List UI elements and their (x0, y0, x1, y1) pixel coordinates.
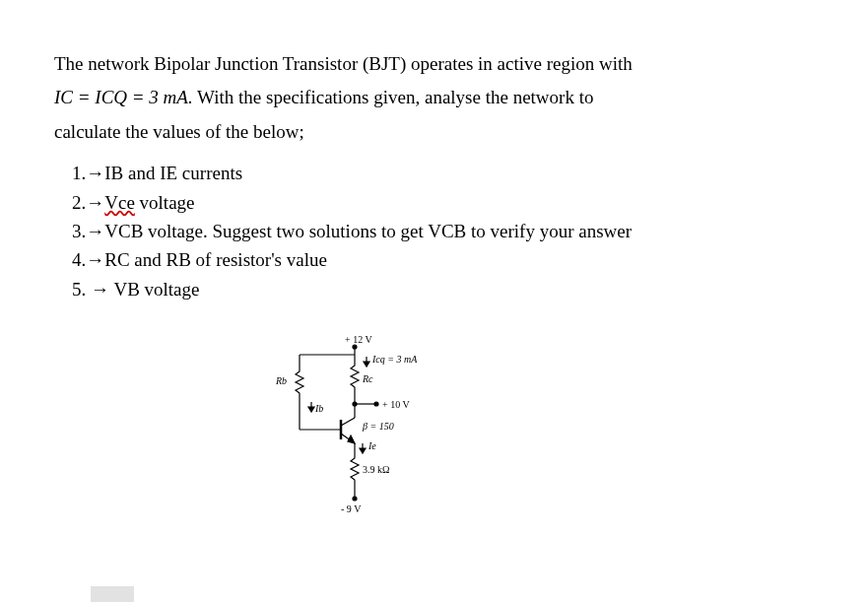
label-collector-node: + 10 V (382, 399, 410, 410)
intro-line-3: calculate the values of the below; (54, 117, 814, 147)
circuit-svg: + 12 V Icq = 3 mA Rc Rb Ib + 10 V β = 15… (246, 333, 443, 520)
label-rb: Rb (275, 375, 287, 386)
gray-strip (91, 586, 134, 602)
item-3: 3.→VCB voltage. Suggest two solutions to… (72, 217, 814, 245)
intro-line-2-rest: With the specifications given, analyse t… (193, 87, 594, 107)
svg-marker-10 (348, 435, 355, 443)
label-neg-supply: - 9 V (341, 503, 362, 514)
svg-marker-21 (308, 407, 314, 412)
intro-line-1: The network Bipolar Junction Transistor … (54, 49, 814, 79)
question-list: 1.→IB and IE currents 2.→Vce voltage 3.→… (54, 159, 814, 303)
item-2: 2.→Vce voltage (72, 188, 814, 217)
svg-line-7 (341, 418, 355, 426)
label-beta: β = 150 (362, 421, 394, 432)
label-ie: Ie (367, 440, 376, 451)
circuit-diagram: + 12 V Icq = 3 mA Rc Rb Ib + 10 V β = 15… (246, 333, 443, 520)
label-rc: Rc (362, 373, 373, 384)
svg-marker-19 (364, 362, 369, 367)
intro-line-2: IC = ICQ = 3 mA. With the specifications… (54, 83, 814, 112)
equation-ic: IC = ICQ = 3 mA. (54, 87, 193, 107)
problem-content: The network Bipolar Junction Transistor … (0, 0, 868, 520)
label-ib: Ib (314, 403, 323, 414)
item-5: 5. → VB voltage (72, 275, 814, 303)
item-2-suffix: voltage (135, 192, 195, 213)
item-1: 1.→IB and IE currents (72, 159, 814, 187)
item-4: 4.→RC and RB of resistor's value (72, 245, 814, 274)
item-2-prefix: 2.→ (72, 192, 104, 213)
label-icq: Icq = 3 mA (371, 354, 418, 365)
svg-point-0 (353, 345, 357, 349)
item-2-vce: Vce (104, 192, 135, 213)
svg-point-13 (353, 497, 357, 501)
label-re: 3.9 kΩ (363, 464, 389, 475)
svg-point-5 (374, 402, 378, 406)
svg-marker-23 (360, 448, 366, 453)
label-top-supply: + 12 V (345, 334, 372, 345)
